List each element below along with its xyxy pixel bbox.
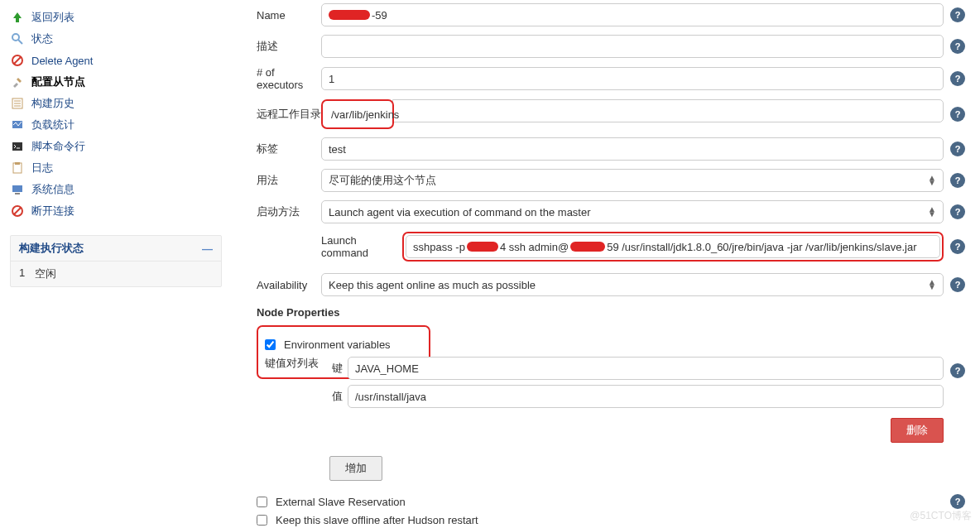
help-icon[interactable]: ? (950, 142, 965, 156)
sidebar: 返回列表 状态 Delete Agent 配置从节点 构建历史 负载统计 脚本命… (0, 0, 232, 528)
sidebar-item-log[interactable]: 日志 (10, 157, 222, 179)
remote-label: 远程工作目录 (257, 107, 321, 122)
ext-slave-label: External Slave Reservation (276, 496, 406, 508)
sidebar-item-back[interactable]: 返回列表 (10, 7, 222, 28)
desc-label: 描述 (257, 39, 321, 54)
executor-panel-title[interactable]: 构建执行状态 (19, 241, 84, 256)
svg-rect-13 (12, 185, 22, 192)
availability-label: Availability (257, 279, 321, 291)
launch-cmd-label: Launch command (321, 234, 402, 259)
env-vars-checkbox[interactable] (265, 339, 276, 350)
help-icon[interactable]: ? (950, 39, 965, 54)
executors-label: # of executors (257, 66, 321, 91)
svg-rect-9 (12, 142, 22, 151)
help-icon[interactable]: ? (950, 277, 965, 292)
help-icon[interactable]: ? (950, 107, 965, 122)
usage-label: 用法 (257, 173, 321, 188)
notepad-icon (10, 96, 25, 111)
executors-input[interactable] (321, 67, 944, 90)
usage-select[interactable]: 尽可能的使用这个节点 ▲▼ (321, 169, 944, 192)
env-vars-label: Environment variables (284, 338, 391, 351)
key-input[interactable] (348, 357, 944, 380)
help-icon[interactable]: ? (950, 239, 965, 254)
executor-panel: 构建执行状态 — 1 空闲 (10, 235, 222, 287)
no-entry-icon (10, 53, 25, 68)
delete-button[interactable]: 删除 (891, 418, 944, 443)
tags-input[interactable] (321, 137, 944, 161)
launch-select[interactable]: Launch agent via execution of command on… (321, 200, 944, 223)
keep-offline-label: Keep this slave offline after Hudson res… (276, 514, 478, 526)
chevron-updown-icon: ▲▼ (928, 280, 936, 290)
help-icon[interactable]: ? (950, 494, 965, 509)
tags-label: 标签 (257, 142, 321, 156)
availability-select[interactable]: Keep this agent online as much as possib… (321, 273, 944, 296)
key-label: 键 (331, 361, 348, 376)
tools-icon (10, 74, 25, 89)
no-entry-icon (10, 204, 25, 218)
sidebar-item-disconnect[interactable]: 断开连接 (10, 200, 222, 222)
ext-slave-checkbox[interactable] (257, 497, 267, 507)
help-icon[interactable]: ? (950, 71, 965, 86)
launch-cmd-input[interactable]: sshpass -p 4 ssh admin@59 /usr/install/j… (406, 235, 940, 258)
help-icon[interactable]: ? (950, 204, 965, 219)
svg-line-16 (14, 208, 21, 214)
sidebar-item-build-history[interactable]: 构建历史 (10, 93, 222, 114)
sidebar-item-script[interactable]: 脚本命令行 (10, 136, 222, 157)
name-label: Name (257, 9, 321, 22)
help-icon[interactable]: ? (950, 363, 965, 378)
remote-input[interactable] (392, 99, 944, 122)
svg-point-0 (12, 34, 19, 41)
svg-rect-12 (15, 162, 20, 165)
chevron-updown-icon: ▲▼ (928, 175, 936, 185)
monitor-icon (10, 118, 25, 132)
sidebar-item-delete-agent[interactable]: Delete Agent (10, 50, 222, 71)
sidebar-item-status[interactable]: 状态 (10, 28, 222, 50)
chevron-updown-icon: ▲▼ (928, 207, 936, 217)
svg-rect-14 (15, 193, 20, 194)
keep-offline-checkbox[interactable] (257, 515, 267, 526)
sidebar-item-sysinfo[interactable]: 系统信息 (10, 179, 222, 200)
executor-row: 1 空闲 (11, 262, 221, 286)
svg-line-1 (18, 40, 22, 44)
node-props-title: Node Properties (257, 306, 965, 319)
sidebar-item-load-stats[interactable]: 负载统计 (10, 114, 222, 136)
computer-icon (10, 182, 25, 197)
collapse-icon[interactable]: — (202, 242, 213, 255)
terminal-icon (10, 139, 25, 154)
arrow-up-icon (10, 10, 25, 25)
remote-input-highlight: /var/lib/jenkins (324, 103, 391, 126)
sidebar-item-configure[interactable]: 配置从节点 (10, 71, 222, 93)
clipboard-icon (10, 161, 25, 175)
main-form: Name -59 ? 描述 ? # of executors ? 远程工作目录 … (232, 0, 980, 528)
val-input[interactable] (348, 385, 944, 408)
desc-input[interactable] (321, 35, 944, 58)
search-icon (10, 31, 25, 46)
name-input[interactable]: -59 (321, 3, 944, 26)
launch-label: 启动方法 (257, 204, 321, 219)
svg-line-3 (14, 57, 21, 64)
add-button[interactable]: 增加 (329, 456, 382, 481)
help-icon[interactable]: ? (950, 7, 965, 22)
help-icon[interactable]: ? (950, 173, 965, 188)
val-label: 值 (331, 389, 348, 404)
